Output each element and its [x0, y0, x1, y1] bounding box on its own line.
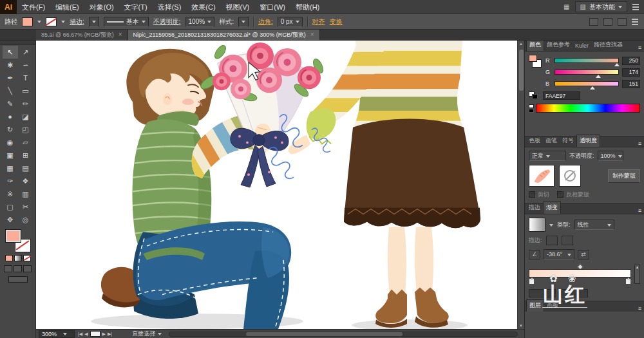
- paintbrush-tool[interactable]: ✎: [3, 97, 18, 110]
- document-tab-nipic[interactable]: Nipic_21159056_20180213183018276032.ai* …: [128, 30, 320, 40]
- rectangle-tool[interactable]: ▭: [18, 84, 33, 97]
- pen-tool[interactable]: ✒: [3, 71, 18, 84]
- slider-thumb[interactable]: [614, 61, 620, 66]
- gradient-button[interactable]: [14, 255, 22, 261]
- draw-normal-button[interactable]: [4, 265, 12, 272]
- gradient-type-select[interactable]: 线性: [574, 220, 614, 230]
- blue-value-field[interactable]: 151: [622, 80, 640, 88]
- menu-lines-icon[interactable]: [632, 6, 639, 8]
- gradient-angle-field[interactable]: -38.6°: [544, 249, 574, 259]
- make-mask-button[interactable]: 制作蒙版: [608, 169, 640, 183]
- close-icon[interactable]: ×: [118, 32, 122, 38]
- tab-gradient[interactable]: 渐变: [543, 202, 561, 214]
- hand-tool[interactable]: ✥: [3, 213, 18, 226]
- panel-menu-icon[interactable]: ≡: [638, 44, 644, 51]
- corner-link[interactable]: 边角:: [258, 17, 273, 26]
- color-button[interactable]: [5, 255, 13, 261]
- free-transform-tool[interactable]: ▱: [18, 136, 33, 149]
- white-black-quick-swatches[interactable]: [529, 104, 534, 113]
- chevron-down-icon[interactable]: [549, 224, 553, 229]
- direct-selection-tool[interactable]: ↗: [18, 46, 33, 59]
- mesh-tool[interactable]: ▦: [3, 162, 18, 174]
- scrollbar-thumb[interactable]: [246, 332, 402, 336]
- panel-menu-icon[interactable]: ≡: [638, 207, 644, 214]
- chevron-down-icon[interactable]: [37, 21, 41, 25]
- stroke-link[interactable]: 描边:: [70, 17, 84, 26]
- scroll-down-icon[interactable]: ▼: [519, 323, 523, 329]
- black-white-swatches[interactable]: [529, 91, 539, 100]
- checkbox-icon[interactable]: [557, 191, 564, 198]
- artboard-canvas[interactable]: ▲ ▼: [36, 41, 524, 329]
- menu-item[interactable]: 效果(C): [186, 0, 220, 14]
- stroke-gradient-along-icon[interactable]: [562, 236, 573, 245]
- tab-layers[interactable]: 图层: [526, 299, 544, 312]
- style-combo[interactable]: [238, 17, 249, 27]
- opacity-link[interactable]: 不透明度:: [153, 17, 181, 26]
- opacity-combo[interactable]: 100%: [185, 17, 215, 27]
- tab-swatches[interactable]: 色板: [526, 135, 543, 147]
- menu-item[interactable]: 窗口(W): [254, 0, 290, 14]
- selection-tool[interactable]: ↖: [3, 46, 18, 59]
- document-tab-85ai[interactable]: 85.ai @ 66.67% (RGB/预览) ×: [36, 30, 128, 40]
- transform-link[interactable]: 变换: [330, 17, 343, 26]
- draw-behind-button[interactable]: [14, 265, 22, 272]
- slider-thumb[interactable]: [590, 84, 595, 89]
- zoom-select[interactable]: 300%: [39, 330, 75, 338]
- vertical-scrollbar[interactable]: ▲ ▼: [517, 41, 524, 329]
- eyedropper-tool[interactable]: ✑: [3, 174, 18, 187]
- gradient-location-field[interactable]: [561, 289, 588, 297]
- blend-tool[interactable]: ❖: [18, 174, 33, 187]
- menu-item[interactable]: 视图(V): [221, 0, 255, 14]
- toolbar-grip[interactable]: [0, 41, 35, 45]
- corner-combo[interactable]: 0 px: [278, 17, 303, 27]
- last-artboard-icon[interactable]: ▶|: [108, 332, 112, 337]
- blend-mode-select[interactable]: 正常: [529, 151, 566, 161]
- object-thumbnail[interactable]: [529, 165, 554, 187]
- menu-item[interactable]: 文件(F): [17, 0, 50, 14]
- gradient-swatch[interactable]: [529, 218, 545, 232]
- panel-menu-icon[interactable]: [632, 21, 638, 23]
- tab-stroke[interactable]: 描边: [526, 202, 543, 214]
- green-value-field[interactable]: 174: [622, 68, 640, 77]
- clip-checkbox[interactable]: 剪切: [529, 191, 549, 199]
- fill-proxy[interactable]: [529, 55, 537, 62]
- status-tool-indicator[interactable]: 直接选择: [132, 330, 162, 338]
- stroke-color-swatch[interactable]: [46, 17, 57, 26]
- artboard-tool[interactable]: ▢: [3, 200, 18, 213]
- zoom-tool[interactable]: ◎: [18, 213, 33, 226]
- stroke-gradient-within-icon[interactable]: [546, 236, 558, 245]
- horizontal-scrollbar[interactable]: [169, 332, 518, 337]
- align-link[interactable]: 对齐: [312, 17, 325, 26]
- artboard-number-field[interactable]: [90, 331, 100, 337]
- lasso-tool[interactable]: ∽: [18, 59, 33, 71]
- arrange-documents-icon[interactable]: ▦: [564, 3, 569, 10]
- column-graph-tool[interactable]: ▥: [18, 187, 33, 200]
- screen-mode-button[interactable]: [8, 276, 28, 283]
- workspace-switcher[interactable]: ▥ 基本功能: [575, 1, 627, 12]
- select-similar-icon[interactable]: [618, 18, 627, 26]
- pencil-tool[interactable]: ✏: [18, 97, 33, 110]
- scroll-up-icon[interactable]: ▲: [519, 41, 523, 47]
- tab-kuler[interactable]: Kuler: [573, 41, 591, 51]
- fill-proxy[interactable]: [6, 230, 21, 242]
- rotate-tool[interactable]: ↻: [3, 123, 18, 136]
- isolate-selection-icon[interactable]: [603, 18, 612, 26]
- gradient-stop-right[interactable]: [625, 278, 631, 285]
- gradient-opacity-field[interactable]: [529, 289, 556, 297]
- invert-mask-checkbox[interactable]: 反相蒙版: [557, 191, 589, 199]
- panel-menu-icon[interactable]: ≡: [638, 140, 644, 147]
- width-tool[interactable]: ◉: [3, 136, 18, 149]
- slice-tool[interactable]: ✂: [18, 200, 33, 213]
- first-artboard-icon[interactable]: |◀: [78, 332, 82, 337]
- reverse-gradient-icon[interactable]: ⇄: [578, 250, 589, 259]
- gradient-slider[interactable]: [529, 265, 631, 286]
- blob-brush-tool[interactable]: ●: [3, 110, 18, 123]
- next-artboard-icon[interactable]: ▶: [102, 332, 106, 337]
- brush-definition-combo[interactable]: 基本: [104, 17, 149, 27]
- fill-stroke-widget[interactable]: [6, 230, 30, 252]
- align-options-icon[interactable]: [589, 18, 598, 26]
- close-icon[interactable]: ×: [310, 32, 314, 38]
- menu-item[interactable]: 编辑(E): [50, 0, 84, 14]
- tab-artboards[interactable]: 画板: [544, 300, 561, 312]
- green-slider[interactable]: [554, 70, 619, 75]
